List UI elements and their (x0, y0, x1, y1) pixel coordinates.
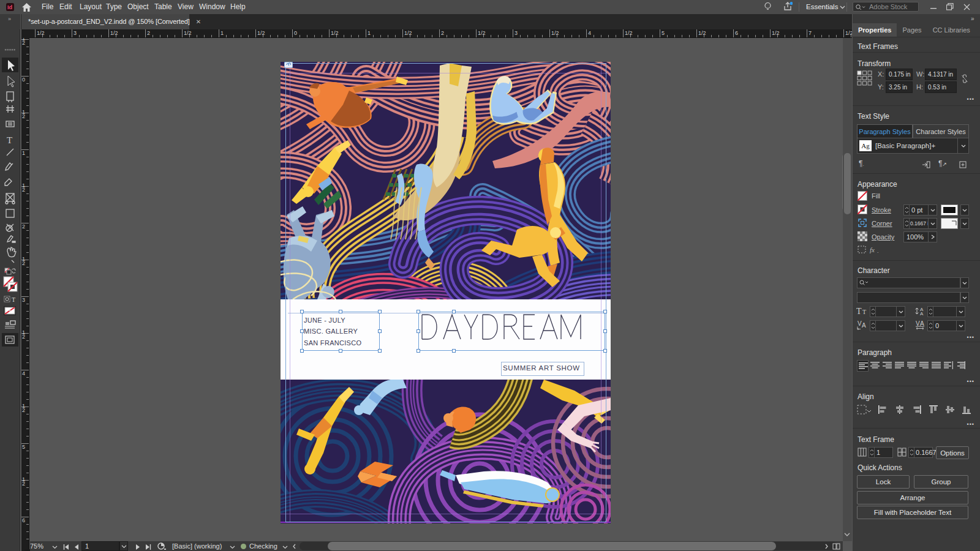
svg-text:Id: Id (7, 4, 12, 10)
svg-text:T: T (856, 307, 862, 315)
svg-text:T: T (862, 309, 866, 315)
svg-text:fx: fx (870, 246, 875, 253)
svg-text:T: T (12, 296, 15, 303)
svg-text:V: V (858, 320, 862, 327)
svg-text:A: A (862, 322, 866, 329)
svg-text:A: A (920, 311, 924, 316)
svg-text:T: T (7, 135, 12, 145)
svg-text:A: A (920, 320, 924, 327)
svg-text:V: V (916, 320, 920, 327)
svg-text:.: . (877, 248, 879, 254)
